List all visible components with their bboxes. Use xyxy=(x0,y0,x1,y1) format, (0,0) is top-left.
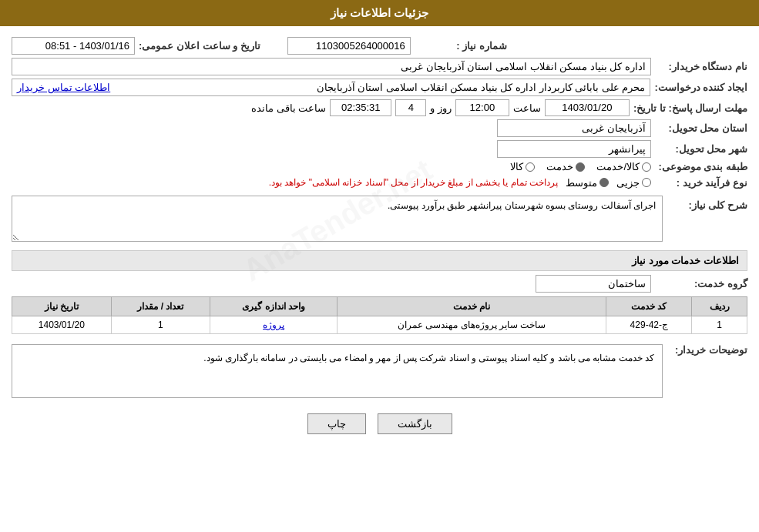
radio-khadamat[interactable]: خدمت xyxy=(546,161,585,172)
action-buttons: بازگشت چاپ xyxy=(12,413,747,434)
buyer-org-label: نام دستگاه خریدار: xyxy=(655,61,747,72)
category-label: طبقه بندی موضوعی: xyxy=(655,161,747,172)
buyer-org-value: اداره کل بنیاد مسکن انقلاب اسلامی استان … xyxy=(12,58,651,75)
radio-jozee-circle xyxy=(642,178,651,187)
radio-kala-khadamat-circle xyxy=(642,162,651,172)
need-number-value: 1103005264000016 xyxy=(287,37,411,55)
deadline-time: 12:00 xyxy=(455,99,509,116)
days-label: روز و xyxy=(430,102,452,114)
category-radio-group: کالا/خدمت خدمت کالا xyxy=(510,161,651,172)
radio-motosat[interactable]: متوسط xyxy=(566,177,609,189)
creator-label: ایجاد کننده درخواست: xyxy=(654,82,747,93)
services-table: ردیف کد خدمت نام خدمت واحد اندازه گیری ت… xyxy=(12,296,747,334)
radio-kala-label: کالا xyxy=(510,161,523,172)
cell-date: 1403/01/20 xyxy=(12,316,112,334)
cell-quantity: 1 xyxy=(111,316,210,334)
col-service-code: کد خدمت xyxy=(606,297,692,316)
radio-kala[interactable]: کالا xyxy=(510,161,535,172)
page-header: جزئیات اطلاعات نیاز xyxy=(0,0,759,26)
general-desc-textarea xyxy=(12,196,663,242)
radio-jozee[interactable]: جزیی xyxy=(616,177,651,189)
province-value: آذربایجان غربی xyxy=(497,119,651,137)
need-number-label: شماره نیاز : xyxy=(415,40,507,52)
buyer-notes-label: توضیحات خریدار: xyxy=(670,340,747,356)
deadline-days: 4 xyxy=(395,99,426,116)
radio-khadamat-circle xyxy=(576,162,585,172)
province-label: استان محل تحویل: xyxy=(655,122,747,134)
creator-row: محرم علی بابائی کاربردار اداره کل بنیاد … xyxy=(12,79,650,96)
radio-motosat-circle xyxy=(599,178,609,187)
radio-khadamat-label: خدمت xyxy=(546,161,573,172)
page-title: جزئیات اطلاعات نیاز xyxy=(331,6,428,19)
purchase-type-row: جزیی متوسط پرداخت تمام یا بخشی از مبلغ خ… xyxy=(12,176,651,189)
cell-service-name: ساخت سایر پروژه‌های مهندسی عمران xyxy=(337,316,606,334)
contact-link[interactable]: اطلاعات تماس خریدار xyxy=(17,82,110,93)
col-service-name: نام خدمت xyxy=(337,297,606,316)
buyer-notes-value: کد خدمت مشابه می باشد و کلیه اسناد پیوست… xyxy=(12,344,663,398)
remaining-label: ساعت باقی مانده xyxy=(251,102,326,114)
announce-date-label: تاریخ و ساعت اعلان عمومی: xyxy=(139,40,260,52)
purchase-type-label: نوع فرآیند خرید : xyxy=(655,177,747,189)
general-desc-section: شرح کلی نیاز: AnaTender.net xyxy=(12,196,747,244)
cell-row-num: 1 xyxy=(692,316,747,334)
print-button[interactable]: چاپ xyxy=(307,413,366,434)
col-row-num: ردیف xyxy=(692,297,747,316)
radio-jozee-label: جزیی xyxy=(616,177,640,189)
cell-service-code: ج-42-429 xyxy=(606,316,692,334)
announce-date-value: 1403/01/16 - 08:51 xyxy=(12,37,135,55)
radio-kala-khadamat[interactable]: کالا/خدمت xyxy=(596,161,651,172)
col-unit: واحد اندازه گیری xyxy=(210,297,338,316)
col-quantity: تعداد / مقدار xyxy=(111,297,210,316)
services-section-title: اطلاعات خدمات مورد نیاز xyxy=(12,250,747,271)
purchase-type-desc: پرداخت تمام یا بخشی از مبلغ خریدار از مح… xyxy=(269,176,558,189)
creator-value: محرم علی بابائی کاربردار اداره کل بنیاد … xyxy=(317,82,646,93)
city-label: شهر محل تحویل: xyxy=(655,143,747,155)
service-group-label: گروه خدمت: xyxy=(655,278,747,289)
radio-motosat-label: متوسط xyxy=(566,177,597,189)
back-button[interactable]: بازگشت xyxy=(378,413,452,434)
cell-unit[interactable]: پروژه xyxy=(210,316,338,334)
radio-kala-circle xyxy=(526,162,535,172)
deadline-date: 1403/01/20 xyxy=(545,99,630,116)
table-row: 1 ج-42-429 ساخت سایر پروژه‌های مهندسی عم… xyxy=(12,316,747,334)
deadline-time-label: ساعت xyxy=(513,102,541,114)
general-desc-label: شرح کلی نیاز: xyxy=(670,196,747,211)
deadline-remaining: 02:35:31 xyxy=(330,99,391,116)
radio-kala-khadamat-label: کالا/خدمت xyxy=(596,161,640,172)
col-date: تاریخ نیاز xyxy=(12,297,112,316)
service-group-value: ساختمان xyxy=(536,275,651,293)
deadline-label: مهلت ارسال پاسخ: تا تاریخ: xyxy=(633,102,747,114)
city-value: پیرانشهر xyxy=(497,140,651,158)
buyer-notes-section: توضیحات خریدار: کد خدمت مشابه می باشد و … xyxy=(12,340,747,402)
